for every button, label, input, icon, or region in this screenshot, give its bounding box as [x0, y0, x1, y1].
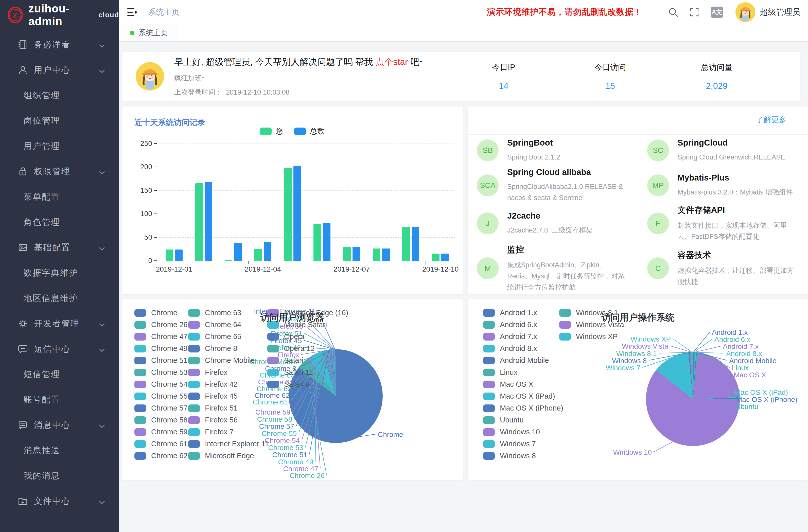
sidebar-subitem[interactable]: 角色管理 — [0, 209, 119, 235]
legend-item-Firefox[interactable]: Firefox — [188, 366, 269, 378]
legend-swatch — [483, 428, 495, 436]
language-switch-icon[interactable]: A文 — [711, 6, 723, 18]
current-user-name[interactable]: 超级管理员 — [760, 6, 801, 18]
legend-item-Mac OS X (iPhone)[interactable]: Mac OS X (iPhone) — [483, 402, 563, 414]
legend-item-Microsoft Edge[interactable]: Microsoft Edge — [188, 450, 269, 462]
sidebar-subitem[interactable]: 地区信息维护 — [0, 286, 119, 311]
bar-group-2019-12-07 — [343, 144, 360, 261]
legend-item-Firefox 56[interactable]: Firefox 56 — [188, 414, 269, 426]
sidebar-subitem[interactable]: 菜单配置 — [0, 184, 119, 209]
legend-item-Chrome 57[interactable]: Chrome 57 — [134, 402, 187, 414]
legend-item-Ubuntu[interactable]: Ubuntu — [483, 414, 563, 426]
sidebar-subitem[interactable]: 短信管理 — [0, 362, 119, 387]
collapse-menu-icon[interactable] — [126, 6, 139, 18]
sidebar-item-7[interactable]: 消息中心 — [0, 412, 119, 438]
legend-swatch — [134, 428, 146, 436]
legend-item-Windows XP[interactable]: Windows XP — [559, 331, 624, 343]
legend-item-Mac OS X[interactable]: Mac OS X — [483, 378, 563, 390]
tech-card-J2cache[interactable]: JJ2cacheJ2cache2.7.8: 二级缓存框架 — [468, 204, 638, 242]
sidebar-item-4[interactable]: 基础配置 — [0, 235, 119, 260]
legend-item-Internet Explorer 11[interactable]: Internet Explorer 11 — [188, 438, 269, 450]
legend-item-Chrome Mobile[interactable]: Chrome Mobile — [188, 354, 269, 366]
logo[interactable]: Z zuihou-admin cloud — [0, 0, 119, 30]
tech-card-Spring Cloud alibaba[interactable]: SCASpring Cloud alibabaSpringCloudAlibab… — [468, 166, 638, 204]
legend-item-Chrome 65[interactable]: Chrome 65 — [188, 331, 269, 343]
legend-item-Chrome 55[interactable]: Chrome 55 — [134, 390, 187, 402]
sidebar-subitem[interactable]: 我的消息 — [0, 463, 119, 489]
legend-item-Firefox 51[interactable]: Firefox 51 — [188, 402, 269, 414]
legend-label: Firefox 45 — [205, 392, 238, 400]
legend-item-Firefox 45[interactable]: Firefox 45 — [188, 390, 269, 402]
sidebar-subitem[interactable]: 岗位管理 — [0, 108, 119, 133]
learn-more-link[interactable]: 了解更多 — [756, 115, 787, 125]
sidebar-item-1[interactable]: 务必详看 — [0, 32, 119, 57]
bar-总数 — [293, 166, 301, 261]
bar-group-2019-12-03 — [225, 144, 242, 261]
legend-label: Microsoft Edge — [205, 452, 254, 460]
legend-label: Mac OS X — [500, 380, 533, 388]
fullscreen-icon[interactable] — [689, 6, 700, 18]
tech-card-容器技术[interactable]: C容器技术虚拟化容器技术，让迁移、部署更加方便快捷 — [638, 242, 808, 294]
legend-item-Chrome 53[interactable]: Chrome 53 — [134, 366, 187, 378]
legend-item-Chrome 62[interactable]: Chrome 62 — [134, 450, 187, 462]
sidebar-subitem[interactable]: 组织管理 — [0, 82, 119, 108]
sidebar-subitem-label: 数据字典维护 — [23, 267, 78, 279]
legend-item-Chrome 61[interactable]: Chrome 61 — [134, 438, 187, 450]
search-icon[interactable] — [667, 6, 679, 18]
tab-home[interactable]: 系统主页 — [119, 24, 178, 41]
legend-item-Chrome 47[interactable]: Chrome 47 — [134, 331, 187, 343]
legend-swatch — [267, 357, 279, 364]
bar-总数 — [323, 223, 330, 261]
legend-item-Android 8.x[interactable]: Android 8.x — [483, 343, 563, 354]
breadcrumb[interactable]: 系统主页 — [148, 7, 180, 18]
legend-item-Windows 10[interactable]: Windows 10 — [483, 426, 563, 438]
y-axis-tick-label: 150 — [129, 186, 152, 195]
legend-item-Linux[interactable]: Linux — [483, 366, 563, 378]
legend-item-Chrome 54[interactable]: Chrome 54 — [134, 378, 187, 390]
tech-card-监控[interactable]: M监控集成SpringBootAdmin、Zipkin、Redis、Mysql、… — [468, 242, 638, 294]
legend-item-Firefox 7[interactable]: Firefox 7 — [188, 426, 269, 438]
legend-item-Safari 11[interactable]: Safari 11 — [267, 366, 348, 378]
legend-item-Firefox 42[interactable]: Firefox 42 — [188, 378, 269, 390]
chevron-down-icon — [99, 67, 105, 74]
legend-item-Chrome 8[interactable]: Chrome 8 — [188, 343, 269, 354]
legend-item-Safari 9[interactable]: Safari 9 — [267, 378, 348, 390]
legend-item-Android 7.x[interactable]: Android 7.x — [483, 331, 563, 343]
sidebar-subitem[interactable]: 账号配置 — [0, 387, 119, 412]
logo-title: zuihou-admin — [29, 2, 95, 27]
legend-item-Safari[interactable]: Safari — [267, 354, 348, 366]
legend-item-Opera[interactable]: Opera — [267, 331, 348, 343]
legend-label: Android 8.x — [500, 344, 537, 353]
chevron-down-icon — [99, 244, 105, 251]
sidebar-item-5[interactable]: 开发者管理 — [0, 311, 119, 336]
sidebar-subitem[interactable]: 数据字典维护 — [0, 260, 119, 286]
legend-item-Chrome 58[interactable]: Chrome 58 — [134, 414, 187, 426]
sidebar-item-3[interactable]: 权限管理 — [0, 159, 119, 184]
legend-item-Opera 12[interactable]: Opera 12 — [267, 343, 348, 354]
legend-item-Chrome 51[interactable]: Chrome 51 — [134, 354, 187, 366]
star-link[interactable]: 点个star — [375, 57, 408, 67]
bar-您 — [402, 227, 410, 261]
legend-item-Windows 8[interactable]: Windows 8 — [483, 450, 563, 462]
tech-card-SpringBoot[interactable]: SBSpringBootSpring Boot 2.1.2 — [468, 135, 638, 166]
sidebar-subitem[interactable]: 消息推送 — [0, 438, 119, 463]
x-axis-label: 2019-12-07 — [324, 265, 380, 273]
legend-label: Windows 10 — [500, 428, 540, 436]
sidebar-item-2[interactable]: 用户中心 — [0, 57, 119, 82]
legend-label: Chrome 65 — [205, 332, 241, 341]
tech-card-文件存储API[interactable]: F文件存储API封装文件接口，实现本地存储、阿里云、FastDFS存储的配置化 — [638, 204, 808, 242]
tech-card-SpringCloud[interactable]: SCSpringCloudSpring Cloud Greenwich.RELE… — [638, 135, 808, 166]
tech-card-Mybatis-Plus[interactable]: MPMybatis-PlusMybatis-plus 3.2.0：Mybatis… — [638, 166, 808, 204]
legend-item-Windows 7[interactable]: Windows 7 — [483, 438, 563, 450]
legend-item-Android Mobile[interactable]: Android Mobile — [483, 354, 563, 366]
tech-badge-icon: J — [477, 213, 499, 234]
legend-item-Mac OS X (iPad)[interactable]: Mac OS X (iPad) — [483, 390, 563, 402]
legend-item-Chrome 49[interactable]: Chrome 49 — [134, 343, 187, 354]
avatar[interactable] — [735, 2, 755, 22]
sidebar-item-6[interactable]: 短信中心 — [0, 336, 119, 362]
sidebar-subitem[interactable]: 用户管理 — [0, 133, 119, 159]
bar-您 — [343, 247, 351, 261]
legend-swatch — [134, 392, 146, 400]
sidebar-item-8[interactable]: 文件中心 — [0, 489, 119, 514]
legend-item-Chrome 59[interactable]: Chrome 59 — [134, 426, 187, 438]
